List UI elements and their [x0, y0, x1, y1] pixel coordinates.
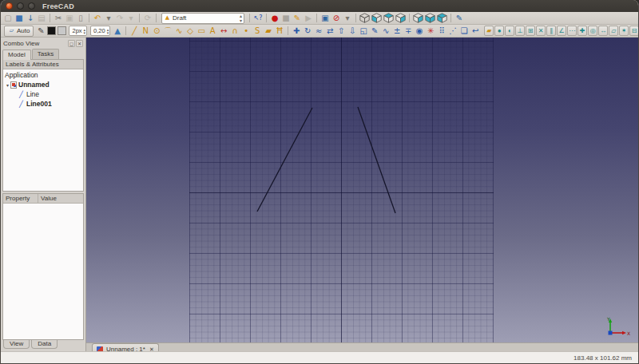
macro-record-icon[interactable]: ● — [269, 12, 280, 24]
draft-polyline-icon[interactable]: N — [140, 25, 151, 37]
tab-model[interactable]: Model — [2, 49, 31, 60]
draft-dimension-icon[interactable]: ↔ — [218, 25, 229, 37]
draft-polygon-icon[interactable]: ◇ — [185, 25, 196, 37]
macro-stop-icon[interactable]: ■ — [280, 12, 292, 24]
text-scale-spinner[interactable]: 0,20 ▴▾ — [90, 26, 110, 36]
view-isometric-icon[interactable] — [359, 13, 370, 23]
draft-heal-icon[interactable]: ↩ — [470, 25, 481, 37]
view-top-icon[interactable] — [383, 13, 394, 23]
remove-point-icon[interactable]: ∓ — [403, 25, 414, 37]
cut-icon[interactable]: ✂ — [53, 12, 64, 24]
toggle-grid-icon[interactable]: ⊟ — [629, 26, 639, 36]
line-color-swatch[interactable] — [47, 26, 56, 35]
draft-upgrade-icon[interactable]: ⇧ — [335, 25, 347, 37]
panel-close-icon[interactable]: ✕ — [76, 40, 83, 47]
abort-menu-icon[interactable]: ▾ — [342, 12, 353, 24]
window-minimize-button[interactable] — [17, 2, 24, 10]
line-object[interactable] — [257, 108, 312, 212]
window-maximize-button[interactable] — [28, 2, 35, 10]
view-right-icon[interactable] — [395, 13, 406, 23]
face-color-swatch[interactable] — [58, 26, 66, 35]
snap-center-icon[interactable]: ◎ — [588, 26, 597, 36]
draft-edit-pen-icon[interactable]: ✎ — [454, 12, 465, 24]
snap-lock-icon[interactable]: ▰ — [484, 26, 494, 36]
snap-near-icon[interactable]: ✚ — [577, 26, 587, 36]
macro-dialog-icon[interactable]: ▣ — [320, 12, 331, 24]
snap-dimensions-icon[interactable]: ↔ — [598, 26, 608, 36]
draft-bspline-icon[interactable]: S — [252, 25, 263, 37]
view-front-icon[interactable] — [371, 13, 382, 23]
draft-to-sketch-icon[interactable]: ✳ — [425, 25, 436, 37]
draft-move-icon[interactable]: ✚ — [291, 25, 302, 37]
new-file-icon[interactable]: ▢ — [2, 12, 14, 24]
snap-grid-icon[interactable]: ⊞ — [526, 26, 535, 36]
tree-item-line001[interactable]: ╱ Line001 — [3, 99, 83, 109]
draft-line-icon[interactable]: ╱ — [129, 25, 140, 37]
window-close-button[interactable] — [6, 2, 13, 10]
abort-operation-icon[interactable]: ⊘ — [331, 12, 342, 24]
property-list-empty[interactable] — [3, 204, 83, 339]
draft-downgrade-icon[interactable]: ⇩ — [347, 25, 358, 37]
draft-edit-icon[interactable]: ✎ — [369, 25, 380, 37]
shape-2d-view-icon[interactable]: ◉ — [414, 25, 425, 37]
workbench-selector[interactable]: ▲ Draft ▴▾ — [161, 13, 244, 24]
draft-arch-icon[interactable]: ∩ — [229, 25, 240, 37]
print-icon[interactable]: ▤ — [36, 12, 47, 24]
draft-arc-icon[interactable]: ⌒ — [162, 25, 173, 37]
paste-icon[interactable]: ▯ — [75, 12, 86, 24]
wire-to-bspline-icon[interactable]: ∿ — [380, 25, 391, 37]
draft-facebinder-icon[interactable]: ▰ — [263, 25, 274, 37]
line-width-arrows[interactable]: ▴▾ — [84, 28, 86, 34]
draft-trim-icon[interactable]: ⇄ — [324, 25, 335, 37]
3d-viewport[interactable]: Y X — [86, 38, 638, 342]
view-bottom-icon[interactable] — [425, 13, 435, 23]
working-plane-button[interactable]: ▱ Auto — [4, 26, 34, 37]
draft-offset-icon[interactable]: ≈ — [313, 25, 324, 37]
whats-this-icon[interactable]: ↖? — [252, 12, 264, 24]
refresh-icon[interactable]: ⟳ — [142, 12, 153, 24]
draft-shapestring-icon[interactable]: Ħ — [274, 25, 285, 37]
line-color-pen-icon[interactable]: ✎ — [35, 25, 46, 37]
view-left-icon[interactable] — [437, 13, 447, 23]
undo-icon[interactable]: ↶ — [92, 12, 103, 24]
snap-intersection-icon[interactable]: ✕ — [536, 26, 546, 36]
construction-mode-icon[interactable]: ▲ — [112, 25, 123, 37]
snap-extension-icon[interactable]: ⋯ — [567, 26, 577, 36]
text-scale-arrows[interactable]: ▴▾ — [107, 28, 109, 34]
tree-item-line[interactable]: ╱ Line — [3, 89, 83, 99]
copy-icon[interactable]: ▣ — [64, 12, 75, 24]
snap-angle-icon[interactable]: ✶ — [619, 26, 629, 36]
draft-rectangle-icon[interactable]: ▭ — [196, 25, 207, 37]
workbench-spin-arrows[interactable]: ▴▾ — [240, 14, 242, 23]
expander-icon[interactable]: ▾ — [5, 82, 10, 88]
snap-working-plane-icon[interactable]: ▱ — [609, 26, 618, 36]
snap-midpoint-icon[interactable]: ◐ — [505, 26, 514, 36]
draft-point-icon[interactable]: • — [240, 25, 252, 37]
snap-endpoint-icon[interactable]: ● — [494, 26, 504, 36]
snap-parallel-icon[interactable]: ∥ — [546, 26, 556, 36]
tab-view[interactable]: View — [3, 340, 30, 349]
save-file-icon[interactable]: ↓ — [25, 12, 36, 24]
draft-bezier-icon[interactable]: ∿ — [173, 25, 185, 37]
redo-icon[interactable]: ↷ — [114, 12, 125, 24]
undo-menu-icon[interactable]: ▾ — [103, 12, 114, 24]
line001-object[interactable] — [358, 107, 395, 213]
draft-circle-icon[interactable]: ⊙ — [151, 25, 162, 37]
draft-clone-icon[interactable]: ❏ — [458, 25, 470, 37]
draft-array-icon[interactable]: ⠿ — [436, 25, 447, 37]
tab-data[interactable]: Data — [31, 340, 58, 349]
macro-edit-icon[interactable]: ✎ — [292, 12, 303, 24]
tree-item-application[interactable]: Application — [3, 70, 83, 80]
snap-ortho-icon[interactable]: ∠ — [557, 26, 566, 36]
draft-path-array-icon[interactable]: ⋰ — [447, 25, 458, 37]
draft-scale-icon[interactable]: ◱ — [358, 25, 369, 37]
redo-menu-icon[interactable]: ▾ — [125, 12, 137, 24]
macro-play-icon[interactable]: ▶ — [303, 12, 314, 24]
line-width-spinner[interactable]: 2px ▴▾ — [69, 26, 87, 36]
open-file-icon[interactable]: ■ — [14, 12, 25, 24]
tree-item-document[interactable]: ▾ Unnamed — [3, 80, 83, 89]
view-rear-icon[interactable] — [413, 13, 423, 23]
tab-tasks[interactable]: Tasks — [32, 49, 59, 59]
snap-perpendicular-icon[interactable]: ⊥ — [515, 26, 525, 36]
draft-text-icon[interactable]: A — [207, 25, 218, 37]
